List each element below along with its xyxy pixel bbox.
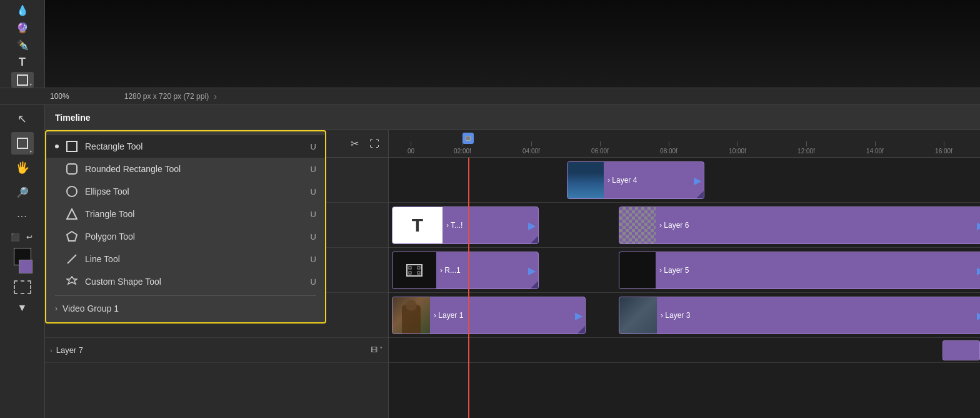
dot-empty-6 xyxy=(55,280,59,283)
dot-empty-5 xyxy=(55,257,59,261)
dimensions: 1280 px x 720 px (72 ppi) xyxy=(124,92,209,101)
clips-row-3: › R...1 ▶ › Layer 5 ▶ xyxy=(389,248,980,293)
tool-dropdown-menu: Rectangle Tool U Rounded Rectangle xyxy=(45,130,326,324)
clip-layer4-arrow: ▶ xyxy=(694,175,701,186)
clip-layer1-label: › Layer 1 xyxy=(430,311,575,320)
triangle-shortcut: U xyxy=(311,210,316,219)
tool-ellipsis[interactable]: ··· xyxy=(11,205,34,228)
custom-shape-icon xyxy=(65,275,79,288)
tool-marquee[interactable] xyxy=(11,278,34,297)
clip-layer5-thumb xyxy=(619,252,656,288)
dropdown-item-rectangle[interactable]: Rectangle Tool U xyxy=(46,135,325,158)
svg-line-7 xyxy=(68,255,76,263)
ellipse-icon xyxy=(65,185,79,198)
tool-hand[interactable]: 🖐 xyxy=(11,156,34,179)
playhead-ruler-marker[interactable] xyxy=(462,133,474,144)
custom-shape-label: Custom Shape Tool xyxy=(85,277,304,287)
custom-shape-shortcut: U xyxy=(311,277,316,287)
clips-row-4: › Layer 1 ▶ › Layer 3 ▶ xyxy=(389,293,980,338)
clip-rect[interactable]: › R...1 ▶ xyxy=(392,252,539,289)
dropdown-item-triangle[interactable]: Triangle Tool U xyxy=(46,203,325,225)
svg-rect-0 xyxy=(18,75,28,85)
clip-layer5-label: › Layer 5 xyxy=(656,266,977,275)
main-area: ↖ ▸ 🖐 🔎 ··· ⬛ ↩ ▼ xyxy=(0,105,980,418)
clip-text-label: › T...! xyxy=(442,221,528,230)
svg-rect-3 xyxy=(67,164,77,174)
tool-magic-wand[interactable]: 🔮 xyxy=(11,20,34,36)
clip-layer3[interactable]: › Layer 3 ▶ xyxy=(619,297,980,334)
dropdown-item-line[interactable]: Line Tool U xyxy=(46,248,325,270)
svg-marker-5 xyxy=(67,209,77,219)
tool-shape[interactable]: ▸ xyxy=(11,72,34,88)
canvas-bg xyxy=(45,0,980,88)
clip-text-corner xyxy=(531,236,538,243)
svg-rect-13 xyxy=(409,267,411,269)
tool-undo[interactable]: ↩ xyxy=(23,231,36,243)
tool-move-frame[interactable]: ⬛ xyxy=(9,231,22,243)
clips-row-5 xyxy=(389,338,980,363)
chevron-right-icon: › xyxy=(55,304,58,313)
tool-type[interactable]: T xyxy=(11,54,34,70)
clip-rect-corner xyxy=(531,281,538,288)
video-group-label: Video Group 1 xyxy=(62,303,119,314)
clip-layer4-label: › Layer 4 xyxy=(604,176,694,185)
clip-rect-thumb xyxy=(392,252,436,288)
background-swatch[interactable] xyxy=(19,260,32,273)
status-bar: 100% 1280 px x 720 px (72 ppi) › xyxy=(0,88,980,105)
clip-text[interactable]: T › T...! ▶ xyxy=(392,206,539,244)
polygon-shortcut: U xyxy=(311,232,316,242)
timeline-body: ⏮ ◀◀ ▶ ▶▶ 🔊 ⚙ ✂ ⛶ xyxy=(45,130,980,418)
timeline-header: Timeline xyxy=(45,105,980,130)
tool-select[interactable]: ↖ xyxy=(11,108,34,130)
timeline-ruler: 00 02:00f 04:00f xyxy=(389,130,980,158)
tool-zoom[interactable]: 🔎 xyxy=(11,181,34,203)
scissors-tool[interactable]: ✂ xyxy=(346,135,363,153)
clip-layer1-corner xyxy=(578,326,585,334)
chevron-icon[interactable]: › xyxy=(214,91,217,101)
clip-layer5[interactable]: › Layer 5 ▶ xyxy=(619,252,980,289)
clip-layer3-label: › Layer 3 xyxy=(657,311,977,320)
clip-layer1[interactable]: › Layer 1 ▶ xyxy=(392,297,586,334)
clip-layer6-thumb xyxy=(619,207,656,243)
tool-shape-2[interactable]: ▸ xyxy=(11,132,34,155)
tool-pen[interactable]: ✒️ xyxy=(11,38,34,53)
ruler-mark-08: 08:00f xyxy=(634,141,703,155)
svg-rect-1 xyxy=(18,138,28,148)
line-icon xyxy=(65,252,79,266)
polygon-icon xyxy=(65,230,79,243)
dot-indicator xyxy=(55,145,59,148)
ruler-mark-16: 16:00f xyxy=(909,141,978,155)
svg-rect-16 xyxy=(418,272,420,274)
ruler-mark-04: 04:00f xyxy=(497,141,566,155)
clip-layer4[interactable]: › Layer 4 ▶ xyxy=(567,161,704,199)
ruler-mark-14: 14:00f xyxy=(841,141,909,155)
timeline-title: Timeline xyxy=(55,113,91,123)
svg-rect-2 xyxy=(67,141,77,151)
clip-small-purple[interactable] xyxy=(942,340,980,360)
layer-7-expand[interactable]: › xyxy=(50,347,52,354)
dropdown-item-custom-shape[interactable]: Custom Shape Tool U xyxy=(46,270,325,293)
svg-rect-15 xyxy=(409,272,411,274)
fit-view[interactable]: ⛶ xyxy=(366,135,383,153)
clip-layer1-thumb xyxy=(392,297,430,334)
dropdown-video-group[interactable]: › Video Group 1 xyxy=(46,298,325,319)
ruler-marks-container: 00 02:00f 04:00f xyxy=(389,130,980,155)
dropdown-item-rounded-rect[interactable]: Rounded Rectangle Tool U xyxy=(46,158,325,180)
tool-arrow-down[interactable]: ▼ xyxy=(11,298,34,317)
layer-7-film[interactable]: 🎞 ˅ xyxy=(371,346,383,354)
dot-empty-3 xyxy=(55,212,59,216)
clip-layer6-arrow: ▶ xyxy=(977,220,980,232)
ellipse-shortcut: U xyxy=(311,187,316,196)
rectangle-tool-shortcut: U xyxy=(311,142,316,151)
polygon-label: Polygon Tool xyxy=(85,232,304,242)
dropdown-item-polygon[interactable]: Polygon Tool U xyxy=(46,225,325,248)
rectangle-tool-label: Rectangle Tool xyxy=(85,141,304,151)
svg-point-4 xyxy=(67,186,77,196)
rect-icon xyxy=(17,138,28,149)
clip-layer4-corner xyxy=(696,191,704,198)
timeline-left-panel: ⏮ ◀◀ ▶ ▶▶ 🔊 ⚙ ✂ ⛶ xyxy=(45,130,389,418)
tool-drop-icon[interactable]: 💧 xyxy=(11,3,34,18)
ellipse-label: Ellipse Tool xyxy=(85,186,304,196)
dropdown-item-ellipse[interactable]: Ellipse Tool U xyxy=(46,180,325,203)
clip-layer6[interactable]: › Layer 6 ▶ xyxy=(619,206,980,244)
